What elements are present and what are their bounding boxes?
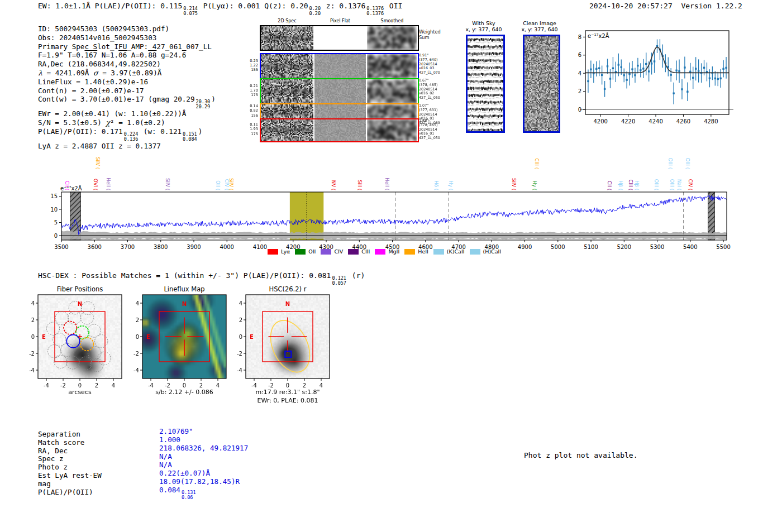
emission-line-label: HeII ( (106, 178, 111, 190)
spec2d-row-meta: 0.91"(377, 640)20240514v016_03427_LL_070 (419, 54, 440, 75)
svg-text:2: 2 (578, 88, 581, 94)
emission-line-label: OIII ( (667, 158, 673, 169)
legend-label: MgII (388, 248, 399, 255)
spec2d-image (367, 104, 417, 119)
legend-item: CIV (321, 248, 343, 255)
match-table-label: Separation (38, 430, 80, 439)
emission-line-label: OVI ( (93, 179, 98, 190)
legend-item: Lyα (268, 248, 290, 255)
spec2d-image (367, 26, 417, 50)
svg-text:4: 4 (239, 300, 242, 306)
svg-text:-4: -4 (237, 367, 242, 373)
svg-text:e⁻¹⁷x2Å: e⁻¹⁷x2Å (588, 32, 609, 39)
emission-line-label: NV ( (331, 180, 336, 190)
hsc-sublabel: EWr: 0, PLAE: 0.081 (232, 397, 344, 404)
detection-info-line: Cont(n) = 2.00(±0.07)e-17 (38, 87, 216, 95)
legend-swatch (268, 249, 278, 255)
svg-text:2: 2 (239, 317, 242, 323)
emission-line-label: OIII ( (685, 158, 690, 169)
emission-line-label: OII ( (215, 180, 221, 190)
svg-text:-2: -2 (165, 382, 170, 389)
spec2d-image (367, 79, 417, 104)
svg-text:4000: 4000 (220, 244, 234, 250)
match-table-value: 0.0840.1310.06 (159, 486, 197, 500)
svg-text:4260: 4260 (676, 118, 690, 124)
legend-label: CIII (361, 248, 370, 255)
legend-item: MgII (375, 248, 399, 255)
svg-text:4220: 4220 (621, 118, 635, 124)
svg-text:4: 4 (112, 382, 115, 389)
emission-line-label: SiIV ( (165, 178, 170, 190)
detection-info-line: LineFlux = 1.40(±0.29)e-16 (38, 78, 216, 87)
hscdex-summary: HSC-DEX : Possible Matches = 1 (within +… (38, 271, 365, 286)
svg-text:4100: 4100 (253, 244, 267, 250)
stacked-uncertainty: 0.1310.06 (182, 490, 196, 500)
svg-text:-4: -4 (148, 382, 154, 389)
svg-text:5400: 5400 (683, 244, 697, 250)
report-version: Version 1.22.2 (681, 2, 742, 10)
match-table-value: 18.09(17.82,18.45)R (159, 477, 240, 486)
with-sky-title: With Sky (459, 20, 509, 26)
report-meta: 2024-10-20 20:57:27 Version 1.22.2 (589, 2, 742, 10)
spec2d-row-weights: 0.111.93175 (246, 122, 258, 136)
emission-line-label: Hδ ( (433, 180, 439, 190)
spec2d-row-weights: 0.211.70175 (246, 84, 258, 98)
spec2d-row (260, 103, 419, 120)
spec2d-image (367, 119, 417, 141)
detection-info-line: F=1.9" T=0.167 N=1.06 A=0.88 g=24.6 (38, 51, 216, 60)
spec2d-col-header: Smoothed (367, 18, 417, 23)
clean-image-header: Clean Image x, y: 377, 640 (514, 20, 565, 32)
svg-text:-4: -4 (29, 367, 35, 373)
svg-text:2: 2 (31, 317, 35, 323)
emission-line-label: Hγ ( (532, 181, 537, 190)
legend-label: OII (308, 248, 316, 255)
detection-info-line: EWr = 2.00(±0.41) (w: 1.10(±0.22))Å (38, 109, 216, 118)
legend-item: (H)CaII (470, 248, 502, 255)
spec2d-image (261, 104, 313, 119)
svg-text:E: E (146, 334, 150, 340)
svg-text:E: E (250, 334, 254, 340)
svg-text:0: 0 (578, 107, 581, 113)
svg-text:0: 0 (183, 382, 186, 389)
spec2d-row (260, 53, 419, 80)
match-table-value: 1.000 (159, 435, 180, 444)
svg-text:4: 4 (216, 382, 220, 389)
stacked-uncertainty: 0.200.20 (309, 6, 321, 16)
svg-text:10: 10 (50, 207, 58, 213)
legend-item: CIII (348, 248, 370, 255)
emission-line-label: CIII ( (628, 180, 633, 190)
spec2d-row (260, 78, 419, 105)
svg-text:5500: 5500 (716, 244, 730, 250)
svg-text:5: 5 (54, 219, 58, 226)
svg-text:3900: 3900 (187, 244, 201, 250)
svg-text:0: 0 (78, 382, 82, 389)
legend-label: (K)CaII (447, 248, 465, 255)
stacked-uncertainty: 0.2240.136 (124, 132, 139, 142)
spec2d-row (260, 25, 419, 51)
match-table-label: mag (38, 480, 51, 488)
emission-line-label: Hβ ( (634, 180, 640, 190)
svg-text:15: 15 (50, 193, 58, 199)
svg-text:4200: 4200 (593, 118, 607, 124)
legend-swatch (470, 249, 480, 255)
spec2d-row-weights: 0.140.82156 (246, 104, 258, 118)
clean-image-title: Clean Image (514, 20, 565, 26)
detection-info-line: λ = 4241.09Å σ = 3.97(±0.89)Å (38, 69, 216, 78)
svg-text:4: 4 (578, 70, 581, 76)
legend-swatch (375, 249, 385, 255)
stacked-uncertainty: 0.1510.084 (183, 132, 197, 142)
with-sky-image (466, 35, 505, 133)
svg-text:0: 0 (136, 334, 139, 340)
match-table-value: N/A (159, 461, 172, 469)
legend-label: Lyα (281, 248, 290, 255)
spec2d-col-header: Pixel Flat (314, 18, 366, 23)
svg-text:0: 0 (54, 233, 58, 239)
lineflux-xlabel: s/b: 2.12 +/- 0.086 (128, 389, 240, 396)
legend-label: CIV (334, 248, 343, 255)
legend-swatch (433, 249, 444, 255)
spec2d-col-header: 2D Spec (261, 18, 313, 23)
detection-info-line: RA,Dec (218.068344,49.822502) (38, 60, 216, 69)
stacked-uncertainty: 0.1210.057 (332, 276, 346, 286)
match-table-label: Match score (38, 439, 84, 447)
match-table-label: Photo z (38, 463, 68, 472)
